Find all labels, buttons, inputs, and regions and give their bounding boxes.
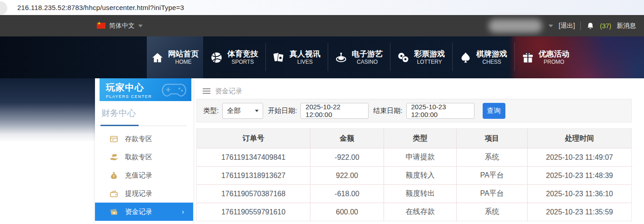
chevron-down-icon <box>255 110 259 112</box>
end-date-label: 结束日期: <box>373 107 402 115</box>
nav-label-en: HOME <box>168 59 199 66</box>
sidebar-menu: 存款专区取款专区充值记录提现记录资金记录›彩票下注明细 <box>95 130 193 224</box>
hamburger-icon[interactable] <box>203 88 210 94</box>
nav-label-cn: 棋牌游戏 <box>476 49 507 59</box>
column-header: 订单号 <box>197 129 310 148</box>
breadcrumb: 资金记录 <box>196 78 632 97</box>
funds-table: 订单号金额类型项目处理时间 1761191347409841-922.00申请提… <box>196 128 632 221</box>
end-date-value: 2025-10-23 12:00:00 <box>411 103 469 118</box>
hero-fade <box>0 78 95 142</box>
sidebar-item-moneybag[interactable]: 充值记录 <box>95 166 193 184</box>
table-cell: 申请提款 <box>384 148 456 166</box>
table-cell: 922.00 <box>310 166 384 184</box>
sidebar-item-wallet[interactable]: 提现记录 <box>95 184 193 203</box>
table-cell: 额度转出 <box>384 184 456 203</box>
nav-item-home[interactable]: 网站首页HOME <box>147 36 203 78</box>
query-button[interactable]: 查询 <box>483 103 505 119</box>
sidebar-item-withdraw-hand[interactable]: 取款专区 <box>95 148 193 166</box>
nav-label-en: LIVES <box>290 59 320 66</box>
table-cell: 1761191347409841 <box>197 148 310 166</box>
withdraw-hand-icon <box>110 153 118 162</box>
main-content: 资金记录 类型: 全部 开始日期: 2025-10-22 12:00:00 结束… <box>196 78 632 224</box>
wallet-icon <box>110 189 118 198</box>
spade-icon <box>459 51 472 64</box>
type-select-value: 全部 <box>227 107 240 115</box>
table-row[interactable]: 1761191318913627922.00额度转入PA平台2025-10-23… <box>197 166 631 184</box>
table-cell: 1761190570387168 <box>197 184 310 203</box>
nav-label-en: LOTTERY <box>414 59 445 66</box>
table-row[interactable]: 1761190559791610600.00在线存款系统2025-10-23 1… <box>197 203 631 221</box>
sidebar-item-deposit-card[interactable]: 存款专区 <box>95 130 193 148</box>
nav-item-text: 优惠活动PROMO <box>539 49 569 66</box>
nav-label-en: PROMO <box>539 59 569 66</box>
page-url: 216.118.235.52:8783/hhcp/usercenter.html… <box>17 4 184 11</box>
language-selector[interactable]: 简体中文 <box>97 15 143 36</box>
account-group: [退出] (37) 新消息 <box>489 15 636 36</box>
table-cell: 在线存款 <box>384 203 456 221</box>
nav-item-casino[interactable]: 电子游艺CASINO <box>328 36 390 78</box>
section-rule <box>100 125 187 126</box>
table-cell: -618.00 <box>310 184 384 203</box>
table-cell: 系统 <box>456 148 527 166</box>
finance-section: 财务中心 <box>100 107 187 126</box>
chevron-down-icon[interactable] <box>549 25 553 27</box>
china-flag-icon <box>97 23 105 29</box>
message-count[interactable]: (37) <box>600 22 611 30</box>
account-bar: 简体中文 [退出] (37) 新消息 <box>0 15 644 36</box>
finance-section-label: 财务中心 <box>100 107 187 119</box>
page: 216.118.235.52:8783/hhcp/usercenter.html… <box>0 0 644 224</box>
table-header-row: 订单号金额类型项目处理时间 <box>197 129 631 148</box>
bell-icon[interactable] <box>586 22 594 30</box>
column-header: 处理时间 <box>527 129 631 148</box>
end-date-input[interactable]: 2025-10-23 12:00:00 <box>406 103 474 119</box>
table-cell: PA平台 <box>456 166 527 184</box>
nav-item-text: 彩票游戏LOTTERY <box>414 49 445 66</box>
nav-item-chess[interactable]: 棋牌游戏CHESS <box>452 36 514 78</box>
table-cell: 2025-10-23 11:35:59 <box>527 203 631 221</box>
message-label[interactable]: 新消息 <box>617 22 636 30</box>
table-cell: PA平台 <box>456 184 527 203</box>
nav-item-text: 网站首页HOME <box>168 49 199 66</box>
nav-item-text: 电子游艺CASINO <box>352 49 383 66</box>
type-select[interactable]: 全部 <box>222 103 263 119</box>
start-date-input[interactable]: 2025-10-22 12:00:00 <box>300 103 369 119</box>
table-row[interactable]: 1761190570387168-618.00额度转出PA平台2025-10-2… <box>197 184 631 203</box>
logout-link[interactable]: [退出] <box>559 22 575 30</box>
browser-tab-circle <box>0 1 7 15</box>
nav-label-en: SPORTS <box>227 59 258 66</box>
table-cell: 系统 <box>456 203 527 221</box>
nav-label-en: CASINO <box>352 59 383 66</box>
nav-item-text: 真人视讯LIVES <box>290 49 320 66</box>
main-nav: 网站首页HOME体育竞技SPORTS真人视讯LIVES电子游艺CASINO彩票游… <box>147 36 577 78</box>
sidebar: 玩家中心 PLAYERS CENTER 财务中心 存款专区取款专区充值记录提现记… <box>95 78 193 224</box>
nav-item-sports[interactable]: 体育竞技SPORTS <box>203 36 265 78</box>
nav-item-lives[interactable]: 真人视讯LIVES <box>265 36 328 78</box>
table-body: 1761191347409841-922.00申请提款系统2025-10-23 … <box>197 148 631 221</box>
nav-item-text: 体育竞技SPORTS <box>227 49 258 66</box>
filter-bar: 类型: 全部 开始日期: 2025-10-22 12:00:00 结束日期: 2… <box>196 99 632 122</box>
nav-item-lottery[interactable]: 彩票游戏LOTTERY <box>390 36 452 78</box>
table-cell: -922.00 <box>310 148 384 166</box>
table-cell: 1761191318913627 <box>197 166 310 184</box>
deposit-card-icon <box>110 135 118 143</box>
table-row[interactable]: 1761191347409841-922.00申请提款系统2025-10-23 … <box>197 148 631 166</box>
nav-item-text: 棋牌游戏CHESS <box>476 49 507 66</box>
home-icon <box>151 51 164 64</box>
sidebar-item-funds[interactable]: 资金记录› <box>95 203 193 221</box>
sidebar-item-bet-detail[interactable]: 彩票下注明细 <box>95 221 193 224</box>
chevron-down-icon <box>138 25 143 27</box>
username-blurred[interactable] <box>489 19 542 33</box>
language-label: 简体中文 <box>109 22 135 30</box>
gamepad-icon <box>161 82 187 98</box>
column-header: 类型 <box>384 129 456 148</box>
column-header: 金额 <box>310 129 384 148</box>
players-center-header[interactable]: 玩家中心 PLAYERS CENTER <box>100 78 191 101</box>
start-date-value: 2025-10-22 12:00:00 <box>305 103 364 118</box>
moneybag-icon <box>110 171 118 180</box>
cards-icon <box>273 51 285 64</box>
funds-icon <box>110 208 118 216</box>
table-cell: 600.00 <box>310 203 384 221</box>
sidebar-item-label: 存款专区 <box>125 135 152 143</box>
nav-item-promo[interactable]: 优惠活动PROMO <box>514 36 577 78</box>
browser-address-bar[interactable]: 216.118.235.52:8783/hhcp/usercenter.html… <box>0 0 644 15</box>
